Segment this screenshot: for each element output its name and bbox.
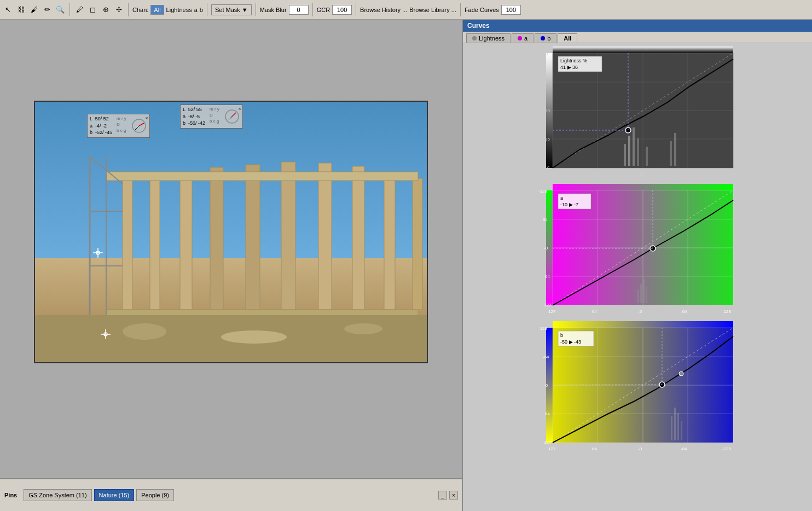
tool-select[interactable]: ⊕: [100, 4, 111, 15]
svg-text:-10 ▶ -7: -10 ▶ -7: [560, 202, 578, 207]
a-tab-dot: [518, 36, 522, 40]
svg-rect-9: [413, 178, 422, 310]
chan-label: Chan:: [132, 7, 148, 13]
svg-rect-8: [384, 173, 395, 310]
svg-point-20: [344, 323, 382, 334]
gs-zone-button[interactable]: GS Zone System (11): [24, 489, 91, 501]
separator2: [128, 3, 129, 16]
people-button[interactable]: People (9): [136, 489, 174, 501]
svg-text:-0: -0: [638, 446, 642, 451]
svg-rect-47: [628, 136, 630, 166]
svg-text:-0: -0: [544, 246, 548, 251]
svg-text:-64: -64: [543, 355, 549, 359]
svg-rect-33: [553, 47, 733, 53]
svg-text:127: 127: [544, 303, 552, 307]
svg-rect-1: [150, 178, 160, 310]
pins-title: Pins: [4, 492, 17, 498]
svg-rect-86: [640, 284, 642, 303]
tool-eraser[interactable]: ◻: [87, 4, 98, 15]
svg-rect-105: [553, 321, 733, 328]
svg-rect-6: [318, 163, 332, 310]
pins-minimize-button[interactable]: _: [438, 491, 447, 500]
lightness-label: Lightness: [166, 7, 192, 13]
svg-rect-0: [123, 178, 132, 310]
gcr-label: GCR: [317, 7, 330, 13]
tool-zoom[interactable]: 🔍: [55, 4, 66, 15]
b-curve-graph[interactable]: b -50 ▶ -43 -128 -64 -0 64 127 127 64 -0…: [467, 320, 808, 454]
browse-history-link[interactable]: Browse History ...: [360, 7, 407, 13]
tool-brush[interactable]: 🖌: [28, 4, 39, 15]
separator6: [356, 3, 356, 16]
tool-chain[interactable]: ⛓: [15, 4, 26, 15]
tool-pen[interactable]: ✏: [42, 4, 53, 15]
fade-curves-input[interactable]: [501, 5, 521, 15]
svg-text:-128: -128: [722, 309, 732, 314]
a-tab-label: a: [524, 35, 527, 42]
nature-button[interactable]: Nature (15): [94, 489, 135, 501]
gauge-icon1: [131, 118, 147, 134]
svg-rect-51: [670, 141, 672, 166]
lightness-tab-dot: [472, 36, 477, 40]
lightness-curve-graph[interactable]: Lightness % 41 ▶ 36 100 75 50 25 0 0 25 …: [467, 45, 808, 179]
separator3: [207, 3, 207, 16]
svg-text:-64: -64: [681, 309, 687, 314]
separator5: [312, 3, 313, 16]
b-tab-dot: [541, 36, 545, 40]
svg-text:-128: -128: [722, 446, 732, 451]
svg-text:-128: -128: [538, 326, 548, 331]
svg-rect-87: [643, 278, 645, 303]
curves-panel: Curves Lightness a b All: [462, 20, 812, 511]
svg-text:25: 25: [594, 172, 599, 177]
svg-line-25: [232, 113, 236, 117]
svg-point-125: [679, 371, 683, 376]
svg-text:127: 127: [548, 446, 556, 451]
svg-point-19: [221, 330, 287, 344]
set-mask-button[interactable]: Set Mask ▼: [211, 4, 252, 15]
a-curve-graph[interactable]: a -10 ▶ -7 -128 64 -0 64 127 127 64 -0 -…: [467, 183, 808, 317]
tab-a[interactable]: a: [512, 33, 533, 43]
svg-text:0: 0: [547, 165, 550, 170]
svg-text:64: 64: [545, 411, 550, 416]
svg-text:64: 64: [543, 217, 548, 222]
tab-all[interactable]: All: [558, 33, 577, 43]
tool-paint[interactable]: 🖊: [74, 4, 85, 15]
svg-text:127: 127: [544, 440, 552, 445]
image-canvas[interactable]: × L 50/ 52 a -4/ -2 b -52/ -45 m r y D b…: [34, 101, 428, 363]
tool-arrow[interactable]: ↖: [2, 4, 13, 15]
pins-close-button[interactable]: ×: [449, 491, 458, 500]
tab-b[interactable]: b: [535, 33, 556, 43]
gcr-input[interactable]: [332, 5, 352, 15]
svg-rect-5: [281, 162, 295, 310]
sampler1-close[interactable]: ×: [146, 115, 148, 122]
b-label: b: [200, 7, 203, 13]
svg-line-22: [139, 123, 144, 126]
tool-move[interactable]: ✢: [113, 4, 124, 15]
svg-rect-2: [180, 173, 192, 310]
svg-rect-4: [246, 165, 260, 310]
svg-rect-49: [637, 138, 639, 166]
svg-text:a: a: [560, 195, 563, 201]
gauge-icon2: [224, 108, 240, 125]
cursor-crosshair: [93, 248, 103, 259]
svg-rect-48: [633, 127, 635, 166]
svg-text:64: 64: [592, 309, 597, 314]
tab-lightness[interactable]: Lightness: [466, 33, 511, 43]
mask-blur-input[interactable]: [289, 5, 309, 15]
pins-controls: _ ×: [438, 491, 458, 500]
chan-all-button[interactable]: All: [150, 5, 164, 15]
svg-rect-3: [210, 167, 223, 310]
svg-text:100: 100: [541, 51, 548, 56]
svg-rect-123: [681, 421, 682, 440]
svg-rect-85: [637, 289, 639, 303]
scene-overlay: [35, 102, 428, 363]
a-section: a -10 ▶ -7 -128 64 -0 64 127 127 64 -0 -…: [463, 181, 812, 318]
separator4: [256, 3, 256, 16]
svg-rect-121: [674, 408, 676, 440]
svg-text:100: 100: [728, 172, 736, 177]
sampler2-close[interactable]: ×: [239, 106, 241, 113]
fade-curves-label: Fade Curves: [465, 7, 499, 13]
svg-line-26: [229, 117, 232, 120]
svg-text:Lightness %: Lightness %: [560, 58, 587, 63]
svg-rect-88: [646, 287, 647, 303]
browse-library-link[interactable]: Browse Library ...: [409, 7, 456, 13]
